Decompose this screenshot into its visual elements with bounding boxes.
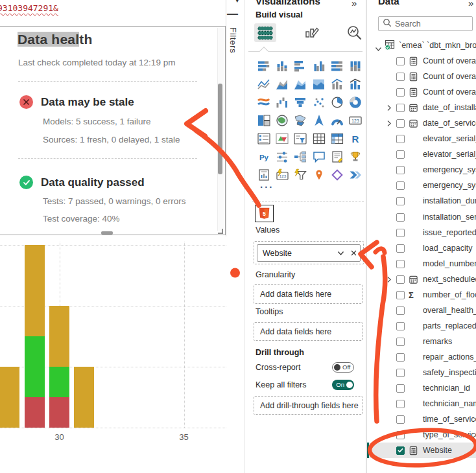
area-chart-icon[interactable] xyxy=(273,75,291,93)
field-checkbox[interactable] xyxy=(396,119,405,128)
field-row-website[interactable]: Website xyxy=(367,443,476,458)
field-row-issue-reported[interactable]: issue_reported xyxy=(367,225,476,240)
card-resize-handle[interactable] xyxy=(101,231,113,235)
field-checkbox[interactable] xyxy=(396,291,405,299)
editor-red-code-text[interactable]: 93103947291& xyxy=(0,3,58,13)
field-checkbox[interactable] xyxy=(396,57,405,65)
field-checkbox[interactable] xyxy=(396,322,405,330)
r-script-icon[interactable]: R xyxy=(346,130,364,148)
new-card-icon[interactable]: 123 xyxy=(273,166,291,184)
decomposition-tree-icon[interactable] xyxy=(291,148,309,166)
field-row-elevator-serial[interactable]: elevator_serial_.. xyxy=(367,131,476,146)
analytics-tab-icon[interactable] xyxy=(346,25,362,43)
field-checkbox[interactable] xyxy=(396,446,405,455)
field-row-count-of-overal[interactable]: Count of overal.. xyxy=(367,53,476,69)
new-slicer-icon[interactable] xyxy=(291,166,309,184)
build-visual-tab-icon[interactable] xyxy=(257,25,274,43)
granularity-field-well[interactable]: Add data fields here xyxy=(254,284,363,304)
drill-through-field-well[interactable]: Add drill-through fields here xyxy=(254,396,363,415)
arcgis-map-icon[interactable] xyxy=(310,166,328,184)
values-field-pill[interactable]: Website xyxy=(257,244,361,262)
field-row-emergency-syst[interactable]: emergency_syst. xyxy=(367,178,476,193)
key-influencers-icon[interactable] xyxy=(273,148,291,166)
100-stacked-area-chart-icon[interactable] xyxy=(310,75,328,93)
filled-map-icon[interactable] xyxy=(291,111,309,130)
field-checkbox[interactable] xyxy=(396,104,405,112)
ribbon-chart-icon[interactable] xyxy=(255,93,273,111)
field-checkbox[interactable] xyxy=(396,229,405,237)
power-automate-icon[interactable] xyxy=(346,166,364,184)
values-field-well[interactable]: Website xyxy=(254,241,364,264)
table-icon[interactable] xyxy=(310,130,328,148)
line-chart-icon[interactable] xyxy=(255,75,273,93)
html5-visual-icon[interactable]: 5 xyxy=(255,205,274,222)
field-checkbox[interactable] xyxy=(396,400,405,408)
field-checkbox[interactable] xyxy=(396,197,405,205)
smart-narrative-icon[interactable] xyxy=(328,148,346,166)
azure-map-icon[interactable] xyxy=(310,111,328,130)
gauge-icon[interactable] xyxy=(328,111,346,130)
100-stacked-column-chart-icon[interactable] xyxy=(346,57,364,75)
field-checkbox[interactable] xyxy=(396,338,405,346)
search-input[interactable]: Search xyxy=(378,16,473,31)
field-dropdown-chevron-icon[interactable] xyxy=(334,251,347,256)
field-checkbox[interactable] xyxy=(396,431,405,439)
bar-segment-red-segment-x29[interactable] xyxy=(25,397,45,428)
pie-chart-icon[interactable] xyxy=(328,93,346,111)
field-checkbox[interactable] xyxy=(396,275,405,284)
field-checkbox[interactable] xyxy=(396,181,405,190)
filters-pane-label[interactable]: Filters xyxy=(228,27,238,53)
field-row-date-of-installa[interactable]: date_of_installa.. xyxy=(367,100,476,115)
stacked-area-chart-icon[interactable] xyxy=(291,75,309,93)
multi-row-card-icon[interactable] xyxy=(255,130,273,148)
qa-icon[interactable] xyxy=(310,148,328,166)
waterfall-chart-icon[interactable] xyxy=(273,93,291,111)
clustered-column-chart-icon[interactable] xyxy=(310,57,328,75)
visualizations-collapse-icon[interactable]: » xyxy=(351,0,357,8)
table-root-row[interactable]: `emea` `dbt_mkn_bron.. xyxy=(367,38,476,53)
keep-all-filters-toggle[interactable]: On xyxy=(332,380,354,390)
bar-segment-yellow-segment-x31[interactable] xyxy=(74,367,94,428)
matrix-icon[interactable] xyxy=(328,130,346,148)
field-row-parts-replaced[interactable]: parts_replaced xyxy=(367,318,476,334)
chevron-right-icon[interactable] xyxy=(387,276,392,283)
field-checkbox[interactable] xyxy=(396,88,405,97)
field-row-model-number[interactable]: model_number xyxy=(367,256,476,271)
field-row-time-of-service[interactable]: time_of_service xyxy=(367,411,476,427)
field-row-number-of-floo[interactable]: Σnumber_of_floo. xyxy=(367,287,476,303)
field-row-emergency-syst[interactable]: emergency_syst. xyxy=(367,162,476,178)
bar-segment-yellow-segment-x28[interactable] xyxy=(0,367,19,428)
field-row-next-scheduled[interactable]: next_scheduled.. xyxy=(367,271,476,287)
bar-segment-red-segment-x30[interactable] xyxy=(49,397,69,428)
clustered-bar-chart-icon[interactable] xyxy=(291,57,309,75)
power-apps-icon[interactable] xyxy=(328,166,346,184)
kpi-icon[interactable] xyxy=(273,130,291,148)
field-checkbox[interactable] xyxy=(396,244,405,253)
bar-segment-yellow-segment-x29[interactable] xyxy=(25,245,45,336)
field-row-type-of-service[interactable]: type_of_service xyxy=(367,427,476,443)
card-resize-corner[interactable] xyxy=(218,229,223,234)
slicer-icon[interactable] xyxy=(291,130,309,148)
more-visuals-icon[interactable]: ... xyxy=(260,179,274,190)
field-row-overall-health-c[interactable]: overall_health_c. xyxy=(367,303,476,318)
donut-chart-icon[interactable] xyxy=(346,93,364,111)
field-checkbox[interactable] xyxy=(396,73,405,81)
field-row-safety-inspectio[interactable]: safety_inspectio. xyxy=(367,365,476,380)
field-checkbox[interactable] xyxy=(396,150,405,159)
field-row-technician-name[interactable]: technician_name xyxy=(367,396,476,411)
cross-report-toggle[interactable]: Off xyxy=(332,362,354,373)
field-row-repair-actions-t[interactable]: repair_actions_t. xyxy=(367,349,476,365)
field-checkbox[interactable] xyxy=(396,166,405,174)
card-scrollbar-thumb[interactable] xyxy=(218,84,222,174)
card-icon[interactable]: 123 xyxy=(346,111,364,130)
field-row-remarks[interactable]: remarks xyxy=(367,334,476,349)
funnel-chart-icon[interactable] xyxy=(291,93,309,111)
bar-segment-green-segment-x30[interactable] xyxy=(49,367,69,397)
stacked-column-chart-icon[interactable] xyxy=(273,57,291,75)
metrics-icon[interactable] xyxy=(346,148,364,166)
bar-segment-green-segment-x29[interactable] xyxy=(25,336,45,397)
line-stacked-column-chart-icon[interactable] xyxy=(328,75,346,93)
chevron-right-icon[interactable] xyxy=(387,104,392,111)
minimize-dash-glyph[interactable]: — xyxy=(227,8,238,21)
field-checkbox[interactable] xyxy=(396,135,405,143)
